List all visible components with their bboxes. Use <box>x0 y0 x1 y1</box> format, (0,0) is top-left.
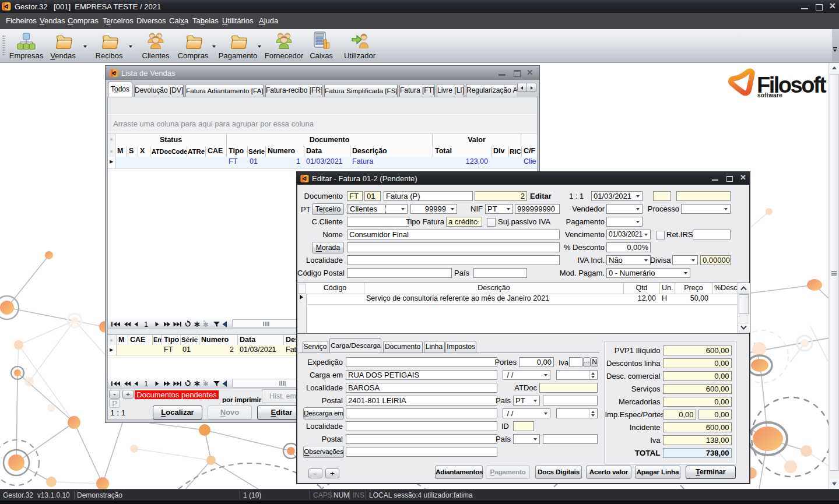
svg-text:software: software <box>757 92 782 98</box>
